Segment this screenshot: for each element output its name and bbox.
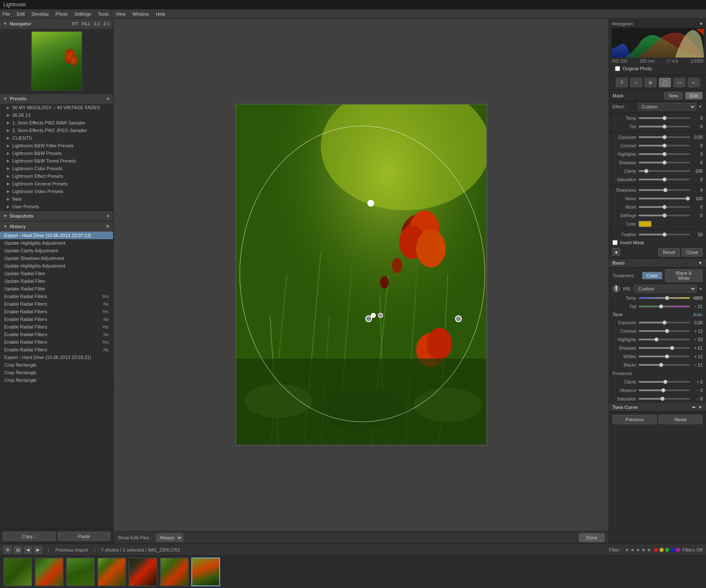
menu-edit[interactable]: Edit [17, 11, 25, 17]
slider-whites-basic-track[interactable] [639, 356, 690, 357]
slider-exposure-track[interactable] [639, 136, 690, 138]
menu-file[interactable]: File [3, 11, 10, 17]
slider-saturation-basic-thumb[interactable] [660, 397, 665, 401]
zoom-fit[interactable]: FIT [72, 22, 78, 26]
filmstrip-thumb-1[interactable] [3, 558, 32, 586]
zoom-1-1[interactable]: 1:1 [94, 22, 100, 26]
presets-add-btn[interactable]: + [106, 95, 110, 102]
slider-vibrance-basic-thumb[interactable] [661, 388, 665, 392]
slider-blacks-basic-thumb[interactable] [659, 363, 663, 367]
star-1[interactable]: ★ [625, 547, 629, 553]
slider-temp-basic-track[interactable] [639, 297, 690, 299]
color-label-green[interactable] [665, 548, 669, 552]
slider-exposure-basic-thumb[interactable] [662, 320, 667, 325]
preset-item[interactable]: ▶User Presets [0, 203, 113, 210]
history-item[interactable]: Enable Radial Filters No [0, 300, 113, 308]
slider-contrast-basic-track[interactable] [639, 330, 690, 332]
history-item[interactable]: Update Radial Filter [0, 277, 113, 285]
history-item[interactable]: Update Radial Filter [0, 285, 113, 293]
tool-grid-btn[interactable]: ⠿ [616, 78, 628, 87]
mask-new-btn[interactable]: New [664, 92, 683, 99]
history-item[interactable]: Enable Radial Filters No [0, 315, 113, 323]
edit-pin-pair-1[interactable] [371, 313, 376, 318]
preset-item[interactable]: ▶CLIENTS [0, 134, 113, 142]
slider-contrast-thumb[interactable] [662, 144, 667, 148]
menu-tools[interactable]: Tools [98, 11, 109, 17]
history-item[interactable]: Enable Radial Filters Yes [0, 323, 113, 331]
slider-temp-basic-thumb[interactable] [665, 296, 669, 300]
tone-curve-edit-icon[interactable]: ✏ [692, 405, 695, 410]
menu-develop[interactable]: Develop [32, 11, 49, 17]
preset-item[interactable]: ▶Lightroom B&W Presets [0, 149, 113, 157]
tone-auto-btn[interactable]: Auto [693, 312, 703, 317]
menu-view[interactable]: View [116, 11, 126, 17]
slider-vibrance-basic-track[interactable] [639, 389, 690, 391]
history-close-btn[interactable]: ✕ [105, 224, 110, 229]
tone-curve-section-header[interactable]: Tone Curve ✏ ▼ [609, 403, 706, 412]
slider-noise-track[interactable] [639, 198, 690, 199]
star-2[interactable]: ★ [630, 547, 635, 553]
effect-expand-icon[interactable]: ▼ [698, 104, 703, 109]
done-button[interactable]: Done [579, 533, 604, 542]
slider-exposure-thumb[interactable] [662, 135, 667, 139]
slider-highlights-basic-track[interactable] [639, 339, 690, 340]
slider-feather-track[interactable] [639, 234, 690, 235]
filmstrip-prev-btn[interactable]: ◀ [24, 546, 32, 554]
preset-item[interactable]: ▶Lightroom B&W Toned Presets [0, 157, 113, 165]
tool-brush-btn[interactable]: ∿ [688, 78, 700, 87]
wb-eyedropper-icon[interactable] [612, 285, 620, 293]
slider-shadows-basic-thumb[interactable] [670, 346, 674, 350]
mask-edit-btn[interactable]: Edit [685, 92, 703, 99]
panel-toggle-btn[interactable]: ■ [612, 248, 620, 256]
filmstrip-thumb-2[interactable] [35, 558, 63, 586]
edit-pin-pair-2[interactable] [378, 313, 383, 318]
filmstrip-next-btn[interactable]: ▶ [34, 546, 42, 554]
slider-blacks-basic-track[interactable] [639, 364, 690, 366]
treatment-color-btn[interactable]: Color [642, 272, 662, 279]
basic-section-header[interactable]: Basic ▼ [609, 259, 706, 268]
menu-settings[interactable]: Settings [74, 11, 91, 17]
slider-highlights-basic-thumb[interactable] [654, 337, 659, 342]
filmstrip-thumb-6[interactable] [160, 558, 189, 586]
color-label-purple[interactable] [676, 548, 680, 552]
history-item[interactable]: Crop Rectangle [0, 369, 113, 376]
preset-item[interactable]: ▶Lightroom Color Presets [0, 165, 113, 172]
slider-clarity-basic-thumb[interactable] [663, 380, 667, 384]
preset-item[interactable]: ▶1. Seim Effects PW2 RAW Sampler [0, 119, 113, 127]
history-item[interactable]: Crop Rectangle [0, 361, 113, 369]
history-item[interactable]: Export - Hard Drive (10.06.2013 23:07:23… [0, 232, 113, 239]
edit-pin-top[interactable] [367, 200, 374, 207]
filmstrip-thumb-3[interactable] [66, 558, 95, 586]
slider-highlights-thumb[interactable] [662, 152, 667, 156]
slider-defringe-thumb[interactable] [662, 213, 667, 218]
preset-item[interactable]: ▶2. Seim Effects PW2 JPEG Sampler [0, 127, 113, 134]
history-item[interactable]: Enable Radial Filters Yes [0, 293, 113, 300]
preset-item[interactable]: ▶Lightroom Video Presets [0, 188, 113, 195]
star-3[interactable]: ★ [636, 547, 640, 553]
slider-sharpness-thumb[interactable] [663, 188, 667, 192]
slider-temp-thumb[interactable] [662, 116, 667, 120]
slider-shadows-track[interactable] [639, 162, 690, 163]
color-swatch[interactable] [639, 221, 651, 227]
tool-spot-btn[interactable]: ⊕ [645, 78, 656, 87]
preset-item[interactable]: ▶Lightroom General Presets [0, 180, 113, 188]
tool-graduated-btn[interactable]: ▭ [673, 78, 685, 87]
history-item[interactable]: Update Highlights Adjustment [0, 239, 113, 247]
slider-tint-basic-thumb[interactable] [659, 304, 663, 309]
slider-saturation-track[interactable] [639, 179, 690, 180]
slider-sharpness-track[interactable] [639, 189, 690, 191]
zoom-fill[interactable]: FILL [82, 22, 91, 26]
preset-item[interactable]: ▶06.06.13 [0, 111, 113, 119]
slider-shadows-thumb[interactable] [662, 160, 667, 165]
history-item[interactable]: Update Highlights Adjustment [0, 262, 113, 270]
show-edit-pins-select[interactable]: Always [156, 533, 183, 542]
menu-window[interactable]: Window [132, 11, 149, 17]
preset-item[interactable]: ▶New [0, 195, 113, 203]
history-item[interactable]: Enable Radial Filters Yes [0, 308, 113, 315]
effect-select[interactable]: Custom [638, 103, 696, 110]
star-5[interactable]: ★ [647, 547, 651, 553]
slider-tint-track[interactable] [639, 126, 690, 127]
color-label-yellow[interactable] [659, 548, 664, 552]
treatment-bw-btn[interactable]: Black & White [665, 269, 703, 282]
slider-contrast-basic-thumb[interactable] [665, 329, 669, 333]
